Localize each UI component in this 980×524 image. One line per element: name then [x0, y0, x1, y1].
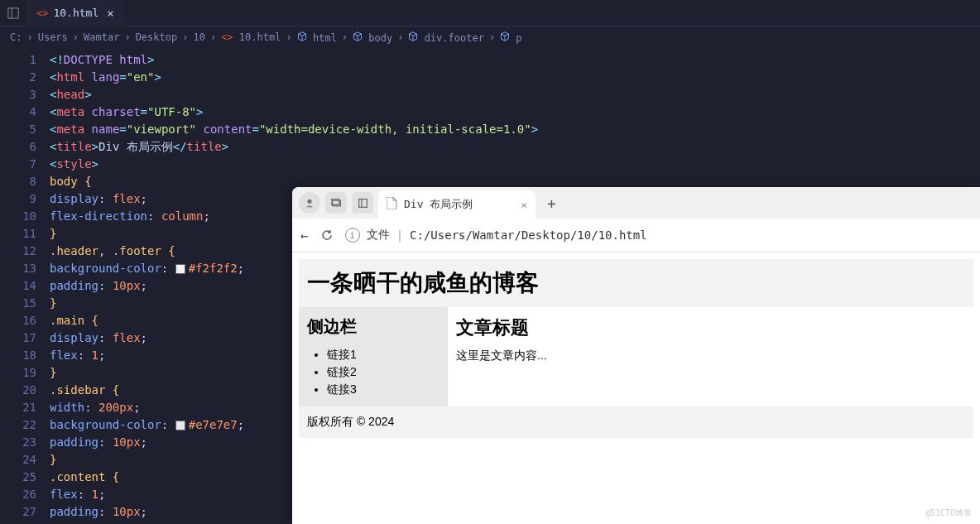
breadcrumb-segment[interactable]: 10: [193, 31, 204, 43]
browser-tab-title: Div 布局示例: [404, 197, 473, 212]
editor-layout-icon[interactable]: [0, 7, 26, 19]
back-button[interactable]: ←: [300, 228, 309, 243]
breadcrumb-segment[interactable]: p: [500, 31, 521, 44]
page-title: 一条晒干的咸鱼的博客: [307, 267, 965, 299]
code-line[interactable]: <style>: [50, 156, 980, 173]
chevron-right-icon: ›: [286, 31, 291, 43]
sidebar-link[interactable]: 链接2: [327, 363, 440, 381]
sidebar-toggle-button[interactable]: [352, 192, 373, 214]
sidebar-list: 链接1链接2链接3: [307, 346, 440, 398]
workspaces-button[interactable]: [325, 192, 347, 214]
new-tab-button[interactable]: +: [540, 195, 563, 212]
code-line[interactable]: <head>: [50, 86, 980, 103]
address-bar[interactable]: i 文件 | C:/Users/Wamtar/Desktop/10/10.htm…: [345, 228, 972, 243]
browser-window: Div 布局示例 × + ← i 文件 | C:/Users/Wamtar/De…: [292, 187, 980, 524]
chevron-right-icon: ›: [26, 31, 32, 43]
document-icon: [387, 197, 397, 212]
content-title: 文章标题: [456, 315, 965, 340]
breadcrumb-segment[interactable]: html: [297, 31, 337, 44]
sidebar-link[interactable]: 链接3: [327, 381, 440, 398]
chevron-right-icon: ›: [397, 31, 403, 43]
page-sidebar: 侧边栏 链接1链接2链接3: [299, 307, 448, 406]
page-main: 侧边栏 链接1链接2链接3 文章标题 这里是文章内容...: [299, 307, 973, 406]
page-header: 一条晒干的咸鱼的博客: [299, 259, 973, 307]
browser-tab-strip: Div 布局示例 × +: [292, 187, 980, 219]
breadcrumb-segment[interactable]: body: [353, 31, 392, 44]
page-content: 文章标题 这里是文章内容...: [448, 307, 973, 406]
chevron-right-icon: ›: [489, 31, 495, 43]
breadcrumb[interactable]: C:›Users›Wamtar›Desktop›10›<> 10.html› h…: [0, 26, 980, 48]
browser-chrome: Div 布局示例 × + ← i 文件 | C:/Users/Wamtar/De…: [292, 187, 980, 252]
breadcrumb-segment[interactable]: Users: [38, 31, 68, 43]
page-footer: 版权所有 © 2024: [299, 406, 973, 438]
chevron-right-icon: ›: [182, 31, 188, 43]
browser-tab-active[interactable]: Div 布局示例 ×: [378, 190, 536, 219]
sidebar-title: 侧边栏: [307, 315, 440, 338]
chevron-right-icon: ›: [124, 31, 130, 43]
breadcrumb-segment[interactable]: Desktop: [136, 31, 178, 43]
addr-scheme: 文件: [367, 228, 390, 243]
breadcrumb-segment[interactable]: <> 10.html: [221, 31, 281, 43]
chevron-right-icon: ›: [342, 31, 348, 43]
code-line[interactable]: <html lang="en">: [50, 69, 980, 86]
breadcrumb-segment[interactable]: div.footer: [408, 31, 483, 44]
code-line[interactable]: <meta name="viewport" content="width=dev…: [50, 121, 980, 138]
rendered-page: 一条晒干的咸鱼的博客 侧边栏 链接1链接2链接3 文章标题 这里是文章内容...…: [292, 252, 980, 524]
breadcrumb-segment[interactable]: Wamtar: [84, 31, 119, 43]
html-file-icon: <>: [36, 7, 48, 19]
watermark: @51CTO博客: [925, 507, 972, 519]
browser-toolbar: ← i 文件 | C:/Users/Wamtar/Desktop/10/10.h…: [292, 219, 980, 252]
svg-rect-0: [8, 7, 18, 17]
close-icon[interactable]: ×: [107, 7, 113, 20]
addr-path: C:/Users/Wamtar/Desktop/10/10.html: [410, 228, 647, 242]
divider: |: [396, 228, 403, 242]
code-line[interactable]: <!DOCTYPE html>: [50, 51, 980, 69]
code-line[interactable]: <title>Div 布局示例</title>: [50, 138, 980, 156]
editor-tab[interactable]: <> 10.html ×: [26, 0, 124, 26]
close-icon[interactable]: ×: [521, 199, 527, 211]
footer-text: 版权所有 © 2024: [307, 415, 965, 430]
editor-tab-bar: <> 10.html ×: [0, 0, 980, 26]
refresh-button[interactable]: [320, 228, 334, 242]
chevron-right-icon: ›: [73, 31, 79, 43]
breadcrumb-segment[interactable]: C:: [10, 31, 22, 43]
content-body: 这里是文章内容...: [456, 349, 965, 363]
profile-button[interactable]: [299, 192, 320, 214]
info-icon[interactable]: i: [345, 228, 360, 243]
sidebar-link[interactable]: 链接1: [327, 346, 440, 363]
editor-tab-filename: 10.html: [53, 7, 98, 19]
chevron-right-icon: ›: [210, 31, 216, 43]
svg-point-2: [307, 200, 311, 204]
color-swatch: [175, 421, 185, 430]
code-line[interactable]: <meta charset="UTF-8">: [50, 103, 980, 121]
svg-rect-5: [358, 199, 367, 207]
line-numbers: 1234567891011121314151617181920212223242…: [0, 51, 50, 521]
color-swatch: [175, 264, 185, 274]
